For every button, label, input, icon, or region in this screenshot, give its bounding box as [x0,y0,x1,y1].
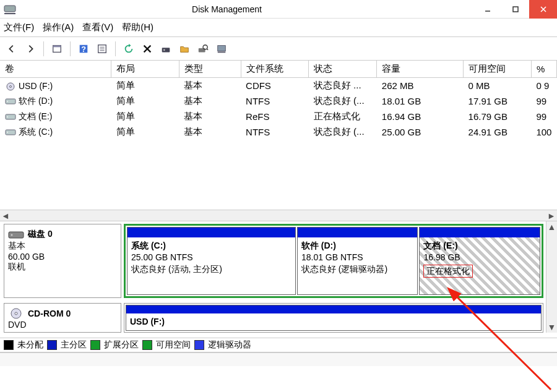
minimize-button[interactable] [473,0,501,19]
volume-capacity: 262 MB [377,78,464,94]
cdrom-row: CD-ROM 0 DVD USD (F:) [4,303,543,333]
cdrom-partitions: USD (F:) [124,303,543,333]
volume-capacity: 18.01 GB [377,93,464,109]
manage-disk-button[interactable] [214,41,230,57]
volume-layout: 简单 [111,93,179,109]
scroll-up-icon[interactable]: ▲ [548,223,556,231]
partition-f-title: USD (F:) [130,317,165,326]
svg-rect-16 [162,48,170,52]
scroll-down-icon[interactable]: ▼ [548,323,556,331]
disk-settings-button[interactable] [158,41,174,57]
menu-action[interactable]: 操作(A) [43,22,74,33]
col-type[interactable]: 类型 [179,61,241,78]
partition-c-bar [127,228,295,237]
volume-free: 24.91 GB [464,124,532,140]
disk-0-type: 基本 [8,241,117,252]
volume-name: USD (F:) [19,81,53,91]
col-pct[interactable]: % [531,61,556,78]
volume-free: 17.91 GB [464,93,532,109]
legend-primary: 主分区 [61,339,87,351]
toolbar: ? [0,37,557,61]
svg-point-30 [7,132,8,133]
svg-point-32 [11,234,13,236]
menu-view[interactable]: 查看(V) [82,22,113,33]
col-free[interactable]: 可用空间 [464,61,532,78]
partition-d[interactable]: 软件 (D:) 18.01 GB NTFS 状态良好 (逻辑驱动器) [297,227,418,295]
partition-c-title: 系统 (C:) [131,241,166,250]
volume-type: 基本 [179,78,241,94]
menu-file[interactable]: 文件(F) [4,22,34,33]
partition-e-size: 16.98 GB [423,252,460,262]
open-folder-button[interactable] [176,41,192,57]
forward-button[interactable] [22,41,38,57]
volume-layout: 简单 [111,109,179,124]
cdrom-icon [8,307,24,320]
partition-e-title: 文档 (E:) [423,241,457,250]
svg-rect-1 [4,13,15,14]
close-button[interactable] [529,0,557,19]
col-status[interactable]: 状态 [309,61,377,78]
volume-layout: 简单 [111,124,179,140]
statusbar [0,352,557,366]
partition-d-bar [298,228,418,237]
partition-c-status: 状态良好 (活动, 主分区) [131,264,222,274]
horizontal-scrollbar[interactable]: ◄ ► [0,210,557,221]
scroll-left-icon[interactable]: ◄ [1,211,10,220]
volume-capacity: 25.00 GB [377,124,464,140]
svg-point-34 [15,312,17,315]
drive-icon [5,97,16,106]
volume-type: 基本 [179,93,241,109]
show-hide-console-button[interactable] [49,41,65,57]
volume-name: 系统 (C:) [19,127,53,137]
volume-status: 状态良好 (... [309,124,377,140]
menu-help[interactable]: 帮助(H) [122,22,153,33]
col-volume[interactable]: 卷 [0,61,111,78]
table-row[interactable]: 系统 (C:)简单基本NTFS状态良好 (...25.00 GB24.91 GB… [0,124,557,140]
legend-freespace-swatch [142,340,152,350]
partition-f[interactable]: USD (F:) [126,305,542,331]
partition-c[interactable]: 系统 (C:) 25.00 GB NTFS 状态良好 (活动, 主分区) [127,227,296,295]
partition-e[interactable]: 文档 (E:) 16.98 GB 正在格式化 [419,227,540,295]
partition-e-bar [420,228,540,237]
help-button[interactable]: ? [76,41,92,57]
drive-icon [5,113,16,121]
partition-c-size: 25.00 GB NTFS [131,252,193,262]
volume-pct: 0 9 [531,78,556,94]
search-disk-button[interactable] [195,41,211,57]
legend-extended: 扩展分区 [104,339,139,351]
scroll-right-icon[interactable]: ► [547,211,556,220]
refresh-button[interactable] [121,41,137,57]
svg-text:?: ? [81,45,86,53]
volume-free: 0 MB [464,78,532,94]
col-layout[interactable]: 布局 [111,61,179,78]
disk-0-size: 60.00 GB [8,252,117,262]
properties-button[interactable] [94,41,110,57]
delete-button[interactable] [139,41,155,57]
volume-list: 卷 布局 类型 文件系统 状态 容量 可用空间 % USD (F:)简单基本CD… [0,61,557,221]
col-capacity[interactable]: 容量 [377,61,464,78]
table-row[interactable]: 文档 (E:)简单基本ReFS正在格式化16.94 GB16.79 GB99 [0,109,557,124]
volume-pct: 99 [531,109,556,124]
table-row[interactable]: USD (F:)简单基本CDFS状态良好 ...262 MB0 MB0 9 [0,78,557,94]
maximize-button[interactable] [501,0,529,19]
legend-unalloc-swatch [4,340,14,350]
disk-0-state: 联机 [8,262,117,273]
volume-fs: NTFS [241,124,309,140]
cdrom-label[interactable]: CD-ROM 0 DVD [4,303,121,333]
svg-line-20 [207,49,208,50]
svg-rect-22 [218,51,226,53]
legend-unalloc: 未分配 [17,339,43,351]
svg-point-28 [7,116,8,117]
back-button[interactable] [4,41,20,57]
volume-capacity: 16.94 GB [377,109,464,124]
vertical-scrollbar[interactable]: ▲ ▼ [546,221,557,333]
menubar: 文件(F) 操作(A) 查看(V) 帮助(H) [0,19,557,37]
svg-rect-7 [53,45,61,47]
disk-0-label[interactable]: 磁盘 0 基本 60.00 GB 联机 [4,224,121,298]
col-fs[interactable]: 文件系统 [241,61,309,78]
window-title: Disk Management [17,4,473,14]
svg-point-26 [7,101,8,102]
titlebar: Disk Management [0,0,557,19]
drive-icon [5,128,16,137]
table-row[interactable]: 软件 (D:)简单基本NTFS状态良好 (...18.01 GB17.91 GB… [0,93,557,109]
